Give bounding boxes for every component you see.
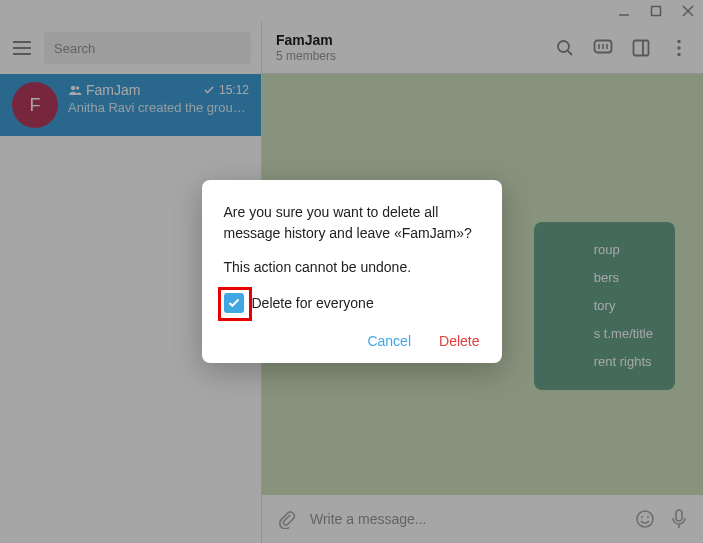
modal-overlay[interactable]: Are you sure you want to delete all mess… xyxy=(0,0,703,543)
delete-button[interactable]: Delete xyxy=(439,333,479,349)
cancel-button[interactable]: Cancel xyxy=(367,333,411,349)
check-icon xyxy=(228,298,240,308)
dialog-message: Are you sure you want to delete all mess… xyxy=(224,202,480,243)
checkbox-label: Delete for everyone xyxy=(252,295,374,311)
dialog-warning: This action cannot be undone. xyxy=(224,259,480,275)
delete-confirm-dialog: Are you sure you want to delete all mess… xyxy=(202,180,502,363)
delete-everyone-checkbox[interactable] xyxy=(224,293,244,313)
